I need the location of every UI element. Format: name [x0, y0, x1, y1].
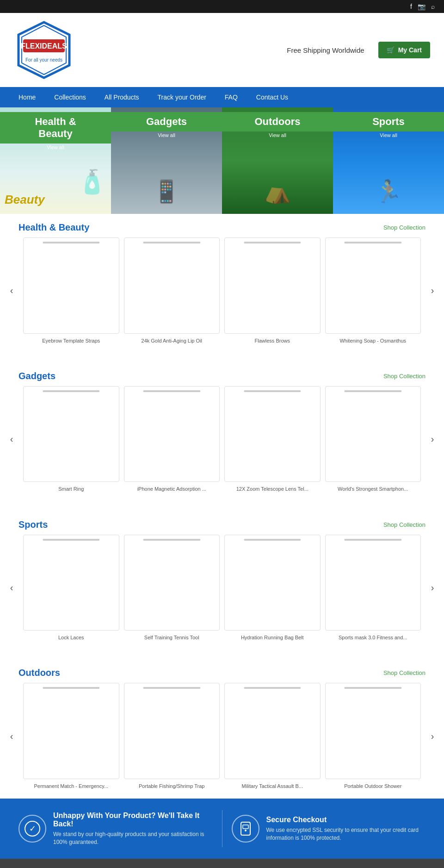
hero-outdoors[interactable]: Outdoors View all ⛺ — [222, 107, 333, 214]
product-image[interactable] — [224, 386, 321, 482]
product-image[interactable] — [224, 237, 321, 334]
svg-text:✓: ✓ — [29, 824, 36, 833]
product-card: Sports mask 3.0 Fitness and... — [325, 535, 421, 641]
outdoors-items: Permanent Match - Emergency... Portable … — [18, 683, 426, 789]
nav-faq[interactable]: FAQ — [216, 87, 247, 107]
product-image[interactable] — [325, 535, 421, 631]
nav-home[interactable]: Home — [9, 87, 45, 107]
gadgets-prev[interactable]: ‹ — [5, 432, 18, 446]
product-image[interactable] — [224, 683, 321, 779]
product-image[interactable] — [124, 386, 220, 482]
svg-text:For all your needs: For all your needs — [25, 57, 62, 62]
svg-point-9 — [245, 830, 247, 831]
hero-health-beauty[interactable]: Health &Beauty View all Beauty 🧴 — [0, 107, 111, 214]
gadgets-header: Gadgets Shop Collection — [0, 362, 444, 386]
outdoors-prev[interactable]: ‹ — [5, 729, 18, 743]
nav-track-order[interactable]: Track your Order — [148, 87, 216, 107]
health-beauty-header: Health & Beauty Shop Collection — [0, 214, 444, 237]
product-image[interactable] — [23, 535, 119, 631]
hb-decorative: 🧴 — [78, 169, 106, 195]
footer: Be in the know › Sign up for the best de… — [0, 859, 444, 868]
hero-gadgets-title: Gadgets — [111, 112, 222, 131]
guarantee-item-return: ✓ Unhappy With Your Product? We'll Take … — [18, 812, 213, 846]
gadgets-next[interactable]: › — [426, 432, 439, 446]
product-card: Portable Fishing/Shrimp Trap — [124, 683, 220, 789]
product-card: 12X Zoom Telescope Lens Tel... — [224, 386, 321, 493]
sports-header: Sports Shop Collection — [0, 511, 444, 535]
health-beauty-shop[interactable]: Shop Collection — [383, 224, 426, 231]
hero-gadgets[interactable]: Gadgets View all 📱 — [111, 107, 222, 214]
product-image[interactable] — [325, 683, 421, 779]
hero-outdoors-viewall[interactable]: View all — [222, 132, 333, 138]
hero-sports[interactable]: Sports View all 🏃 — [333, 107, 444, 214]
hero-outdoors-title: Outdoors — [222, 112, 333, 131]
product-name: Lock Laces — [56, 634, 86, 641]
hero-sports-viewall[interactable]: View all — [333, 132, 444, 138]
product-name: Hydration Running Bag Belt — [239, 634, 306, 641]
product-name: 24k Gold Anti-Aging Lip Oil — [139, 337, 204, 344]
svg-rect-8 — [243, 825, 248, 829]
header-right: Free Shipping Worldwide 🛒 My Cart — [287, 42, 430, 58]
hero-gadgets-label: Gadgets View all — [111, 112, 222, 138]
nav-all-products[interactable]: All Products — [95, 87, 148, 107]
product-image[interactable] — [224, 535, 321, 631]
product-image[interactable] — [325, 237, 421, 334]
navigation: Home Collections All Products Track your… — [0, 87, 444, 107]
health-beauty-carousel: ‹ Eyebrow Template Straps 24k Gold Anti-… — [0, 237, 444, 344]
product-card: Permanent Match - Emergency... — [23, 683, 119, 789]
product-image[interactable] — [23, 683, 119, 779]
product-image[interactable] — [325, 386, 421, 482]
return-icon: ✓ — [18, 815, 46, 843]
product-image[interactable] — [124, 237, 220, 334]
product-image[interactable] — [23, 386, 119, 482]
hero-sports-label: Sports View all — [333, 112, 444, 138]
facebook-icon[interactable]: f — [410, 3, 412, 10]
product-image[interactable] — [124, 683, 220, 779]
guarantee-return-desc: We stand by our high-quality products an… — [53, 831, 213, 846]
product-image[interactable] — [124, 535, 220, 631]
nav-collections[interactable]: Collections — [45, 87, 95, 107]
product-card: Lock Laces — [23, 535, 119, 641]
gadgets-shop[interactable]: Shop Collection — [383, 373, 426, 380]
outdoors-next[interactable]: › — [426, 729, 439, 743]
logo[interactable]: FLEXIDEALS For all your needs — [14, 20, 74, 80]
hero-hb-viewall[interactable]: View all — [0, 144, 111, 150]
cart-button[interactable]: 🛒 My Cart — [378, 42, 430, 58]
product-card: Smart Ring — [23, 386, 119, 493]
hero-hb-label: Health &Beauty View all — [0, 112, 111, 150]
hero-gadgets-viewall[interactable]: View all — [111, 132, 222, 138]
nav-contact[interactable]: Contact Us — [247, 87, 297, 107]
logo-svg: FLEXIDEALS For all your needs — [14, 20, 74, 80]
product-card: iPhone Magnetic Adsorption ... — [124, 386, 220, 493]
product-name: Whitening Soap - Osmanthus — [337, 337, 408, 344]
health-beauty-title: Health & Beauty — [18, 222, 89, 233]
search-icon[interactable]: ⌕ — [431, 3, 435, 10]
product-name: 12X Zoom Telescope Lens Tel... — [234, 486, 311, 492]
guarantee-bar: ✓ Unhappy With Your Product? We'll Take … — [0, 799, 444, 859]
hero-outdoors-label: Outdoors View all — [222, 112, 333, 138]
health-beauty-next[interactable]: › — [426, 284, 439, 298]
cart-label: My Cart — [398, 46, 422, 54]
sports-title: Sports — [18, 519, 48, 530]
free-shipping-text: Free Shipping Worldwide — [287, 46, 364, 54]
outdoors-shop[interactable]: Shop Collection — [383, 669, 426, 676]
guarantee-return-title: Unhappy With Your Product? We'll Take It… — [53, 812, 213, 828]
sports-next[interactable]: › — [426, 581, 439, 594]
instagram-icon[interactable]: 📷 — [418, 3, 426, 10]
product-image[interactable] — [23, 237, 119, 334]
guarantee-secure-title: Secure Checkout — [266, 816, 426, 824]
guarantee-secure-text: Secure Checkout We use encrypted SSL sec… — [266, 816, 426, 842]
product-card: 24k Gold Anti-Aging Lip Oil — [124, 237, 220, 344]
top-bar: f 📷 ⌕ — [0, 0, 444, 13]
gadgets-carousel: ‹ Smart Ring iPhone Magnetic Adsorption … — [0, 386, 444, 493]
product-name: Permanent Match - Emergency... — [31, 783, 111, 789]
health-beauty-prev[interactable]: ‹ — [5, 284, 18, 298]
sports-shop[interactable]: Shop Collection — [383, 521, 426, 528]
outdoors-header: Outdoors Shop Collection — [0, 659, 444, 683]
hero-sports-title: Sports — [333, 112, 444, 131]
beauty-text: Beauty — [5, 193, 45, 207]
sports-prev[interactable]: ‹ — [5, 581, 18, 594]
cart-icon: 🛒 — [387, 46, 395, 54]
product-card: Hydration Running Bag Belt — [224, 535, 321, 641]
sports-carousel: ‹ Lock Laces Self Training Tennis Tool H… — [0, 535, 444, 641]
